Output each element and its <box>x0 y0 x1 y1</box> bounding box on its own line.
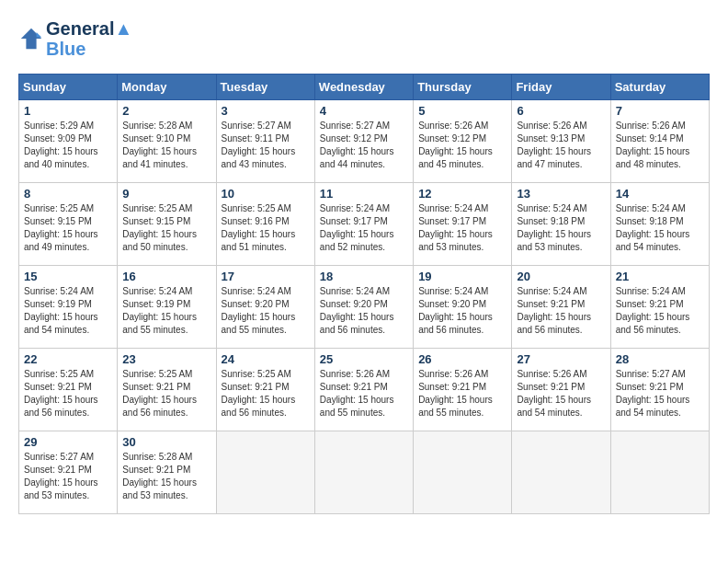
day-number: 27 <box>517 352 605 366</box>
weekday-header-monday: Monday <box>118 75 216 100</box>
day-info: Sunrise: 5:26 AMSunset: 9:14 PMDaylight:… <box>616 120 704 171</box>
day-info: Sunrise: 5:24 AMSunset: 9:21 PMDaylight:… <box>517 285 605 337</box>
calendar-cell: 29Sunrise: 5:27 AMSunset: 9:21 PMDayligh… <box>19 431 118 514</box>
day-info: Sunrise: 5:25 AMSunset: 9:21 PMDaylight:… <box>222 368 310 419</box>
day-info: Sunrise: 5:28 AMSunset: 9:21 PMDaylight:… <box>122 451 210 502</box>
calendar-cell: 2Sunrise: 5:28 AMSunset: 9:10 PMDaylight… <box>118 100 216 183</box>
calendar-cell: 24Sunrise: 5:25 AMSunset: 9:21 PMDayligh… <box>216 349 314 431</box>
day-info: Sunrise: 5:26 AMSunset: 9:21 PMDaylight:… <box>418 368 506 419</box>
day-info: Sunrise: 5:27 AMSunset: 9:21 PMDaylight:… <box>24 451 112 502</box>
day-number: 28 <box>616 352 704 366</box>
weekday-header-tuesday: Tuesday <box>216 75 314 100</box>
day-info: Sunrise: 5:24 AMSunset: 9:21 PMDaylight:… <box>616 285 704 337</box>
weekday-header-thursday: Thursday <box>414 75 512 100</box>
day-number: 22 <box>24 352 112 366</box>
calendar-cell <box>216 431 314 514</box>
day-number: 23 <box>122 352 210 366</box>
weekday-header-friday: Friday <box>512 75 610 100</box>
day-info: Sunrise: 5:27 AMSunset: 9:21 PMDaylight:… <box>616 368 704 419</box>
calendar-cell: 6Sunrise: 5:26 AMSunset: 9:13 PMDaylight… <box>512 100 610 183</box>
calendar-cell: 17Sunrise: 5:24 AMSunset: 9:20 PMDayligh… <box>216 266 314 349</box>
day-info: Sunrise: 5:24 AMSunset: 9:19 PMDaylight:… <box>24 285 112 337</box>
day-info: Sunrise: 5:25 AMSunset: 9:16 PMDaylight:… <box>222 202 310 254</box>
day-number: 6 <box>517 104 605 118</box>
day-number: 24 <box>222 352 310 366</box>
day-number: 12 <box>418 187 506 201</box>
logo-line2: Blue <box>46 39 132 59</box>
calendar-cell: 23Sunrise: 5:25 AMSunset: 9:21 PMDayligh… <box>118 349 216 431</box>
day-info: Sunrise: 5:25 AMSunset: 9:15 PMDaylight:… <box>122 202 210 254</box>
calendar-cell: 28Sunrise: 5:27 AMSunset: 9:21 PMDayligh… <box>610 349 709 431</box>
day-number: 1 <box>24 104 112 118</box>
day-number: 5 <box>418 104 506 118</box>
day-number: 14 <box>616 187 704 201</box>
calendar-cell: 4Sunrise: 5:27 AMSunset: 9:12 PMDaylight… <box>314 100 413 183</box>
calendar-cell: 30Sunrise: 5:28 AMSunset: 9:21 PMDayligh… <box>118 431 216 514</box>
calendar-cell: 18Sunrise: 5:24 AMSunset: 9:20 PMDayligh… <box>314 266 413 349</box>
day-number: 16 <box>122 270 210 283</box>
day-number: 20 <box>517 270 605 283</box>
calendar-cell: 10Sunrise: 5:25 AMSunset: 9:16 PMDayligh… <box>216 183 314 266</box>
day-number: 29 <box>24 435 112 449</box>
calendar-cell: 25Sunrise: 5:26 AMSunset: 9:21 PMDayligh… <box>314 349 413 431</box>
calendar-cell <box>512 431 610 514</box>
day-number: 10 <box>222 187 310 201</box>
calendar-cell: 13Sunrise: 5:24 AMSunset: 9:18 PMDayligh… <box>512 183 610 266</box>
day-info: Sunrise: 5:24 AMSunset: 9:18 PMDaylight:… <box>616 202 704 254</box>
day-info: Sunrise: 5:26 AMSunset: 9:21 PMDaylight:… <box>320 368 408 419</box>
day-info: Sunrise: 5:24 AMSunset: 9:17 PMDaylight:… <box>320 202 408 254</box>
calendar-cell <box>314 431 413 514</box>
day-number: 8 <box>24 187 112 201</box>
day-number: 26 <box>418 352 506 366</box>
calendar-cell: 9Sunrise: 5:25 AMSunset: 9:15 PMDaylight… <box>118 183 216 266</box>
calendar-cell: 11Sunrise: 5:24 AMSunset: 9:17 PMDayligh… <box>314 183 413 266</box>
day-info: Sunrise: 5:25 AMSunset: 9:15 PMDaylight:… <box>24 202 112 254</box>
day-number: 4 <box>320 104 408 118</box>
calendar-cell: 15Sunrise: 5:24 AMSunset: 9:19 PMDayligh… <box>19 266 118 349</box>
day-info: Sunrise: 5:26 AMSunset: 9:21 PMDaylight:… <box>517 368 605 419</box>
day-info: Sunrise: 5:24 AMSunset: 9:20 PMDaylight:… <box>418 285 506 337</box>
day-number: 17 <box>222 270 310 283</box>
day-number: 7 <box>616 104 704 118</box>
day-info: Sunrise: 5:25 AMSunset: 9:21 PMDaylight:… <box>122 368 210 419</box>
weekday-header-saturday: Saturday <box>610 75 709 100</box>
day-number: 21 <box>616 270 704 283</box>
calendar-cell <box>610 431 709 514</box>
calendar-table: SundayMondayTuesdayWednesdayThursdayFrid… <box>18 74 710 514</box>
day-number: 3 <box>222 104 310 118</box>
day-info: Sunrise: 5:27 AMSunset: 9:11 PMDaylight:… <box>222 120 310 171</box>
calendar-cell: 5Sunrise: 5:26 AMSunset: 9:12 PMDaylight… <box>414 100 512 183</box>
calendar-cell: 7Sunrise: 5:26 AMSunset: 9:14 PMDaylight… <box>610 100 709 183</box>
day-info: Sunrise: 5:24 AMSunset: 9:18 PMDaylight:… <box>517 202 605 254</box>
calendar-cell: 20Sunrise: 5:24 AMSunset: 9:21 PMDayligh… <box>512 266 610 349</box>
day-number: 18 <box>320 270 408 283</box>
calendar-cell: 16Sunrise: 5:24 AMSunset: 9:19 PMDayligh… <box>118 266 216 349</box>
day-number: 25 <box>320 352 408 366</box>
day-number: 11 <box>320 187 408 201</box>
day-number: 30 <box>122 435 210 449</box>
day-number: 2 <box>122 104 210 118</box>
day-info: Sunrise: 5:24 AMSunset: 9:17 PMDaylight:… <box>418 202 506 254</box>
svg-marker-2 <box>37 32 42 38</box>
day-info: Sunrise: 5:24 AMSunset: 9:20 PMDaylight:… <box>222 285 310 337</box>
calendar-cell: 19Sunrise: 5:24 AMSunset: 9:20 PMDayligh… <box>414 266 512 349</box>
day-info: Sunrise: 5:29 AMSunset: 9:09 PMDaylight:… <box>24 120 112 171</box>
calendar-cell: 26Sunrise: 5:26 AMSunset: 9:21 PMDayligh… <box>414 349 512 431</box>
calendar-cell: 14Sunrise: 5:24 AMSunset: 9:18 PMDayligh… <box>610 183 709 266</box>
day-info: Sunrise: 5:26 AMSunset: 9:12 PMDaylight:… <box>418 120 506 171</box>
day-info: Sunrise: 5:24 AMSunset: 9:20 PMDaylight:… <box>320 285 408 337</box>
calendar-cell: 22Sunrise: 5:25 AMSunset: 9:21 PMDayligh… <box>19 349 118 431</box>
logo-icon <box>18 26 44 52</box>
day-info: Sunrise: 5:28 AMSunset: 9:10 PMDaylight:… <box>122 120 210 171</box>
weekday-header-wednesday: Wednesday <box>314 75 413 100</box>
calendar-cell: 12Sunrise: 5:24 AMSunset: 9:17 PMDayligh… <box>414 183 512 266</box>
day-info: Sunrise: 5:27 AMSunset: 9:12 PMDaylight:… <box>320 120 408 171</box>
logo-line1: General▲ <box>46 18 132 39</box>
calendar-cell: 27Sunrise: 5:26 AMSunset: 9:21 PMDayligh… <box>512 349 610 431</box>
day-number: 15 <box>24 270 112 283</box>
calendar-cell: 1Sunrise: 5:29 AMSunset: 9:09 PMDaylight… <box>19 100 118 183</box>
day-info: Sunrise: 5:26 AMSunset: 9:13 PMDaylight:… <box>517 120 605 171</box>
day-number: 9 <box>122 187 210 201</box>
day-info: Sunrise: 5:25 AMSunset: 9:21 PMDaylight:… <box>24 368 112 419</box>
day-number: 13 <box>517 187 605 201</box>
